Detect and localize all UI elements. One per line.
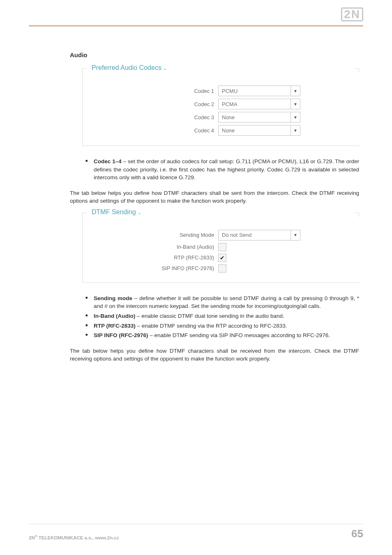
- legend-dtmf-sending: DTMF Sending⌄: [89, 208, 144, 216]
- codec-row-3: Codec 3 None ▼: [91, 112, 351, 123]
- sipinfo-label: SIP INFO (RFC-2976): [91, 265, 218, 271]
- rtp-checkbox[interactable]: ✔: [218, 254, 226, 262]
- chevron-down-icon: ⌄: [138, 210, 141, 215]
- sending-mode-select[interactable]: Do not Send ▼: [218, 230, 300, 240]
- sending-mode-label: Sending Mode: [91, 232, 218, 238]
- sipinfo-checkbox[interactable]: [218, 264, 226, 273]
- codec-3-select[interactable]: None ▼: [218, 112, 300, 123]
- sending-mode-row: Sending Mode Do not Send ▼: [91, 230, 351, 240]
- inband-checkbox[interactable]: [218, 243, 226, 251]
- codec-2-select[interactable]: PCMA ▼: [218, 99, 300, 109]
- dropdown-arrow-icon: ▼: [291, 230, 300, 240]
- codec-1-label: Codec 1: [91, 88, 218, 94]
- sipinfo-row: SIP INFO (RFC-2976): [91, 264, 351, 273]
- rtp-row: RTP (RFC-2833) ✔: [91, 254, 351, 262]
- codec-row-1: Codec 1 PCMU ▼: [91, 86, 351, 96]
- paragraph-dtmf-send-intro: The tab below helps you define how DTMF …: [70, 189, 359, 205]
- bullet-inband: In-Band (Audio) – enable classic DTMF du…: [94, 312, 359, 320]
- dropdown-arrow-icon: ▼: [291, 99, 300, 109]
- section-heading-audio: Audio: [70, 51, 359, 58]
- footer-divider: [29, 524, 363, 524]
- fieldset-audio-codecs: Preferred Audio Codecs⌄ Codec 1 PCMU ▼ C…: [82, 68, 359, 146]
- codec-1-select[interactable]: PCMU ▼: [218, 86, 300, 96]
- page-number: 65: [351, 527, 363, 540]
- codec-row-2: Codec 2 PCMA ▼: [91, 99, 351, 109]
- brand-logo: 2N: [341, 7, 363, 21]
- codec-4-label: Codec 4: [91, 127, 218, 134]
- fieldset-dtmf-sending: DTMF Sending⌄ Sending Mode Do not Send ▼…: [82, 213, 359, 283]
- bullet-codec14: Codec 1–4 – set the order of audio codec…: [94, 157, 359, 182]
- codec-row-4: Codec 4 None ▼: [91, 125, 351, 136]
- header-divider: [29, 25, 363, 26]
- codec-3-label: Codec 3: [91, 114, 218, 120]
- dropdown-arrow-icon: ▼: [291, 86, 300, 96]
- rtp-label: RTP (RFC-2833): [91, 254, 218, 261]
- codec-2-label: Codec 2: [91, 101, 218, 107]
- dropdown-arrow-icon: ▼: [291, 125, 300, 135]
- bullet-sipinfo: SIP INFO (RFC-2976) – enable DTMF sendin…: [94, 331, 359, 340]
- paragraph-dtmf-recv-intro: The tab below helps you define how DTMF …: [70, 347, 359, 363]
- codec-4-select[interactable]: None ▼: [218, 125, 300, 136]
- inband-label: In-Band (Audio): [91, 244, 218, 250]
- dropdown-arrow-icon: ▼: [291, 112, 300, 122]
- chevron-down-icon: ⌄: [163, 66, 167, 71]
- footer-company: 2N® TELEKOMUNIKACE a.s., www.2n.cz: [29, 534, 119, 540]
- bullet-rtp: RTP (RFC-2833) – enable DTMF sending via…: [94, 322, 359, 330]
- bullet-sending-mode: Sending mode – define whether it will be…: [94, 294, 359, 310]
- legend-audio-codecs: Preferred Audio Codecs⌄: [89, 64, 169, 72]
- inband-row: In-Band (Audio): [91, 243, 351, 251]
